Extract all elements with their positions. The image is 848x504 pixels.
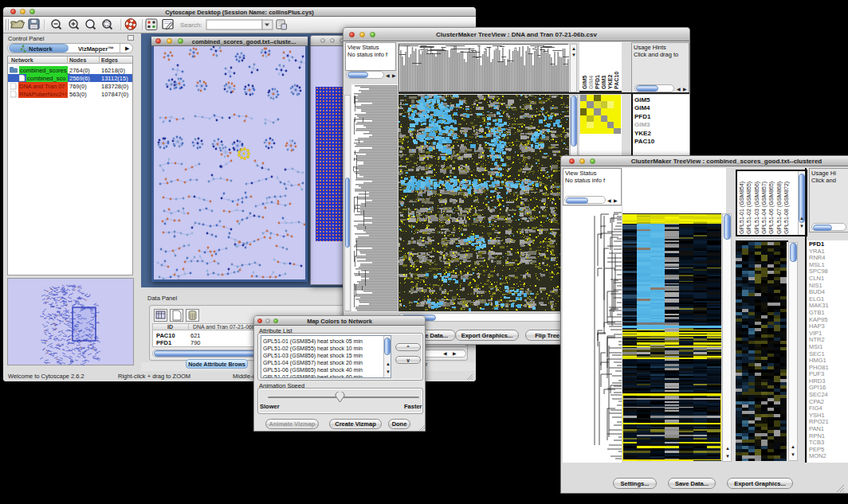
svg-text:PAC10: PAC10: [614, 72, 619, 89]
svg-text:GIM5: GIM5: [582, 76, 587, 89]
svg-text:Search:: Search:: [180, 21, 202, 29]
svg-text:GPL51-08 (GSM872): GPL51-08 (GSM872): [783, 182, 790, 234]
svg-text:GIM4: GIM4: [588, 76, 594, 89]
svg-text:GPL51-06 (GSM865): GPL51-06 (GSM865): [768, 182, 775, 234]
svg-text:YKE2: YKE2: [607, 75, 613, 89]
svg-text:GPL51-07 (GSM868): GPL51-07 (GSM868): [776, 182, 783, 234]
svg-text:GPL51-02 (GSM855): GPL51-02 (GSM855): [746, 182, 752, 234]
svg-text:GPL51-01 (GSM854): GPL51-01 (GSM854): [739, 182, 745, 234]
svg-text:GIM3: GIM3: [601, 76, 607, 89]
svg-text:GPL51-03 (GSM856): GPL51-03 (GSM856): [754, 182, 760, 234]
svg-text:GPL51-04 (GSM857): GPL51-04 (GSM857): [761, 182, 768, 234]
svg-text:PFD1: PFD1: [595, 75, 600, 89]
